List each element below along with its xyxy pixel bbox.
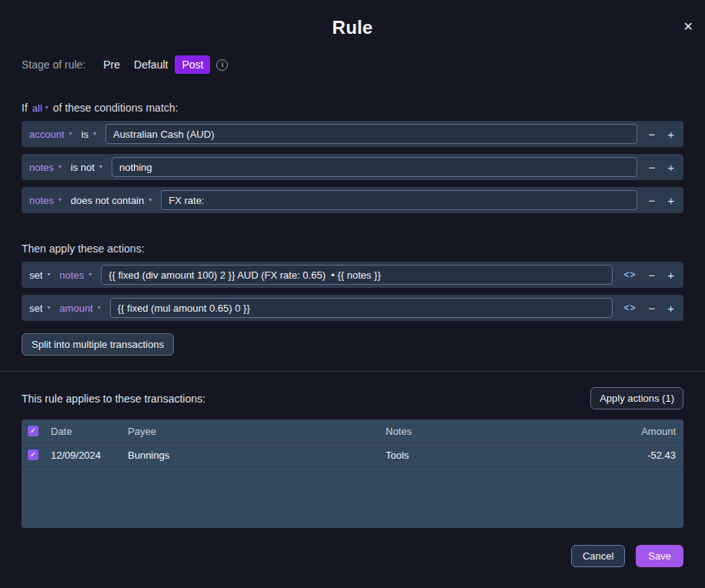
remove-condition-icon[interactable]: − — [647, 129, 657, 140]
chevron-down-icon: ▾ — [93, 131, 96, 137]
chevron-down-icon: ▾ — [45, 105, 48, 111]
dialog-footer: Cancel Save — [571, 545, 683, 567]
apply-actions-button[interactable]: Apply actions (1) — [590, 387, 683, 409]
condition-op-select[interactable]: is▾ — [82, 129, 96, 140]
section-divider — [0, 371, 705, 372]
column-header-notes: Notes — [386, 426, 605, 437]
close-icon[interactable]: ✕ — [683, 21, 693, 33]
table-header-row: ✓ Date Payee Notes Amount — [22, 419, 683, 443]
condition-row: account▾ is▾ − + — [22, 121, 683, 147]
stage-option-post[interactable]: Post — [175, 55, 210, 74]
cancel-button[interactable]: Cancel — [571, 545, 625, 567]
stage-option-default[interactable]: Default — [127, 55, 175, 74]
action-field-select[interactable]: amount▾ — [59, 302, 100, 314]
formula-code-icon[interactable]: <> — [622, 303, 637, 312]
action-field-select[interactable]: notes▾ — [59, 269, 92, 281]
add-action-icon[interactable]: + — [666, 302, 676, 314]
remove-condition-icon[interactable]: − — [647, 195, 657, 206]
dialog-title: Rule — [0, 17, 705, 38]
chevron-down-icon: ▾ — [69, 131, 72, 137]
rule-dialog: Rule ✕ Stage of rule: Pre Default Post i… — [0, 0, 705, 588]
conditions-intro-prefix: If — [22, 102, 28, 114]
action-value-input[interactable] — [101, 265, 613, 285]
chevron-down-icon: ▾ — [58, 197, 62, 203]
action-row: set▾ notes▾ <> − + — [22, 262, 683, 288]
action-verb-select[interactable]: set▾ — [29, 269, 50, 281]
actions-heading: Then apply these actions: — [0, 242, 705, 255]
condition-value-input[interactable] — [161, 190, 637, 210]
match-operator-select[interactable]: all ▾ — [32, 102, 48, 114]
add-action-icon[interactable]: + — [666, 269, 676, 281]
transaction-amount: -52.43 — [605, 449, 676, 461]
add-condition-icon[interactable]: + — [666, 162, 676, 173]
action-value-input[interactable] — [110, 298, 613, 318]
transaction-checkbox[interactable]: ✓ — [28, 449, 38, 460]
conditions-intro-suffix: of these conditions match: — [53, 102, 179, 114]
chevron-down-icon: ▾ — [98, 305, 101, 311]
condition-field-select[interactable]: notes▾ — [29, 162, 62, 173]
chevron-down-icon: ▾ — [99, 164, 102, 170]
condition-op-select[interactable]: is not▾ — [71, 162, 102, 173]
info-icon[interactable]: i — [216, 59, 228, 71]
transactions-table: ✓ Date Payee Notes Amount ✓ 12/09/2024 B… — [22, 419, 683, 528]
chevron-down-icon: ▾ — [89, 272, 92, 278]
stage-row: Stage of rule: Pre Default Post i — [0, 55, 705, 74]
condition-field-select[interactable]: account▾ — [29, 129, 72, 140]
remove-action-icon[interactable]: − — [647, 302, 657, 314]
formula-code-icon[interactable]: <> — [622, 270, 637, 279]
action-row: set▾ amount▾ <> − + — [22, 295, 683, 321]
transactions-header: This rule applies to these transactions:… — [0, 387, 705, 409]
chevron-down-icon: ▾ — [58, 164, 62, 170]
condition-field-select[interactable]: notes▾ — [29, 195, 62, 206]
stage-option-pre[interactable]: Pre — [96, 55, 127, 74]
add-condition-icon[interactable]: + — [666, 195, 676, 206]
split-transactions-button[interactable]: Split into multiple transactions — [22, 333, 174, 356]
conditions-intro: If all ▾ of these conditions match: — [0, 102, 705, 114]
chevron-down-icon: ▾ — [47, 272, 50, 278]
column-header-amount: Amount — [605, 426, 676, 437]
transaction-date: 12/09/2024 — [51, 449, 128, 461]
transaction-payee: Bunnings — [128, 449, 386, 461]
condition-value-input[interactable] — [112, 157, 638, 177]
chevron-down-icon: ▾ — [47, 305, 50, 311]
stage-label: Stage of rule: — [22, 58, 85, 71]
chevron-down-icon: ▾ — [149, 197, 152, 203]
column-header-payee: Payee — [128, 426, 386, 437]
transaction-notes: Tools — [386, 449, 605, 461]
condition-row: notes▾ is not▾ − + — [22, 154, 683, 180]
condition-op-select[interactable]: does not contain▾ — [71, 195, 152, 206]
remove-action-icon[interactable]: − — [647, 269, 657, 281]
save-button[interactable]: Save — [636, 545, 683, 567]
transaction-row[interactable]: ✓ 12/09/2024 Bunnings Tools -52.43 — [22, 443, 683, 467]
transactions-heading: This rule applies to these transactions: — [22, 393, 205, 405]
remove-condition-icon[interactable]: − — [647, 162, 657, 173]
select-all-checkbox[interactable]: ✓ — [28, 426, 38, 436]
condition-value-input[interactable] — [105, 124, 638, 144]
action-verb-select[interactable]: set▾ — [29, 302, 50, 314]
condition-row: notes▾ does not contain▾ − + — [22, 187, 683, 213]
column-header-date: Date — [51, 426, 128, 437]
add-condition-icon[interactable]: + — [666, 129, 676, 140]
